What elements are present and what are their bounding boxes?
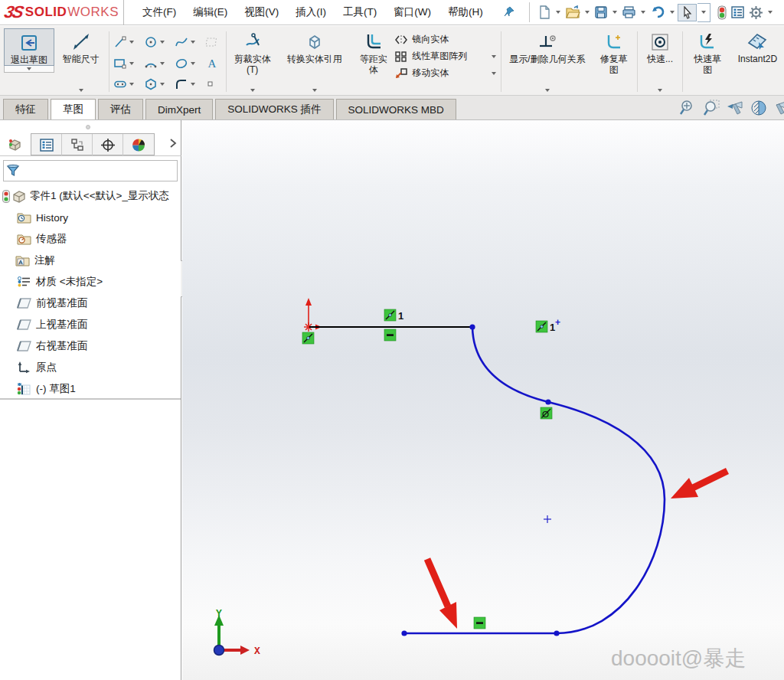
graphics-viewport[interactable]: 1 1 + [182, 120, 784, 680]
filter-input[interactable] [20, 163, 177, 178]
save-button[interactable] [593, 3, 609, 21]
horizontal-constraint-badge[interactable] [384, 329, 396, 341]
new-document-caret[interactable] [556, 11, 560, 14]
sketch-spline[interactable] [472, 327, 665, 633]
quick-snaps-caret[interactable] [658, 89, 662, 92]
text-tool[interactable]: A [203, 57, 224, 70]
exit-sketch-button[interactable]: 退出草图 [4, 28, 54, 66]
plane-ghost-tool[interactable] [203, 35, 224, 49]
trim-entities-caret[interactable] [250, 89, 255, 92]
zoom-fit-icon[interactable] [678, 99, 697, 119]
polygon-tool[interactable] [142, 77, 172, 91]
section-view-icon[interactable] [750, 99, 768, 119]
linear-pattern-button[interactable]: 线性草图阵列 [394, 50, 498, 63]
tab-dimxpert[interactable]: DimXpert [145, 99, 213, 119]
tab-sw-addins[interactable]: SOLIDWORKS 插件 [215, 99, 333, 119]
instant2d-button[interactable]: Instant2D [731, 28, 784, 95]
menu-window[interactable]: 窗口(W) [386, 1, 439, 24]
undo-caret[interactable] [670, 11, 675, 14]
circle-tool[interactable] [142, 35, 172, 49]
print-button[interactable] [620, 3, 638, 21]
sketch-point[interactable] [545, 399, 550, 404]
settings-gear-button[interactable] [747, 3, 765, 22]
settings-caret[interactable] [768, 11, 773, 14]
slot-tool[interactable] [111, 77, 142, 91]
view-settings-icon[interactable] [773, 99, 784, 119]
coincident-constraint-badge[interactable] [302, 332, 314, 344]
selection-filter-button[interactable] [716, 3, 728, 22]
featuremanager-tab[interactable] [0, 133, 31, 155]
coincident-constraint-badge-1plus[interactable] [536, 321, 547, 332]
undo-button[interactable] [648, 3, 667, 21]
sketch-point[interactable] [401, 630, 407, 636]
options-list-button[interactable] [729, 3, 746, 21]
configurationmanager-tab[interactable] [62, 134, 93, 156]
sketch-point[interactable] [469, 324, 475, 329]
tree-item-origin[interactable]: 原点 [0, 357, 181, 378]
menu-file[interactable]: 文件(F) [135, 1, 184, 24]
menu-edit[interactable]: 编辑(E) [185, 1, 235, 24]
tree-item-sensors[interactable]: 传感器 [0, 228, 181, 250]
select-tool-button[interactable] [678, 4, 697, 21]
horizontal-constraint-badge[interactable] [474, 617, 485, 629]
displaymanager-tab[interactable] [123, 134, 154, 156]
tree-item-front-plane[interactable]: 前视基准面 [0, 293, 181, 314]
repair-sketch-button[interactable]: 修复草图 [592, 28, 635, 95]
panel-grip[interactable] [86, 125, 90, 129]
tab-evaluate[interactable]: 评估 [98, 99, 143, 119]
trim-entities-button[interactable]: 剪裁实体(T) [228, 28, 276, 95]
offset-entities-button[interactable]: 等距实体 [352, 28, 394, 95]
expand-pane-icon[interactable] [169, 138, 177, 151]
menu-view[interactable]: 视图(V) [237, 1, 286, 24]
display-relations-caret[interactable] [545, 89, 550, 92]
propertymanager-tab[interactable] [31, 134, 62, 156]
open-caret[interactable] [585, 11, 590, 14]
spline-tool[interactable] [172, 35, 203, 49]
convert-entities-button[interactable]: 转换实体引用 [276, 28, 352, 95]
zoom-area-icon[interactable] [702, 99, 720, 119]
logo-solid-text: SOLID [25, 5, 67, 20]
tab-features[interactable]: 特征 [3, 99, 48, 119]
line-tool[interactable] [111, 35, 142, 49]
convert-entities-caret[interactable] [312, 89, 317, 92]
ellipse-tool[interactable] [172, 57, 203, 70]
quick-snaps-button[interactable]: 快速... [639, 28, 680, 95]
display-relations-button[interactable]: 显示/删除几何关系 [503, 28, 593, 95]
tree-item-top-plane[interactable]: 上视基准面 [0, 314, 181, 335]
move-entities-caret[interactable] [492, 72, 496, 75]
tree-item-sketch1[interactable]: (-) 草图1 [0, 378, 181, 400]
sketch-point[interactable] [554, 630, 559, 636]
exit-sketch-dropdown[interactable] [4, 66, 54, 73]
menu-tools[interactable]: 工具(T) [335, 1, 384, 24]
print-caret[interactable] [641, 11, 645, 14]
arc-center-point[interactable] [544, 515, 551, 523]
previous-view-icon[interactable] [726, 99, 744, 119]
point-tool[interactable] [203, 79, 224, 90]
arc-tool[interactable] [142, 57, 172, 70]
tangent-constraint-badge[interactable] [541, 407, 552, 419]
tree-item-annotations[interactable]: A 注解 [0, 250, 181, 271]
tree-root-part[interactable]: 零件1 (默认<<默认>_显示状态 [0, 185, 181, 207]
dimxpertmanager-tab[interactable] [93, 134, 123, 156]
linear-pattern-caret[interactable] [492, 55, 496, 58]
pin-icon[interactable] [503, 5, 515, 20]
tree-item-history[interactable]: History [0, 207, 181, 228]
rectangle-tool[interactable] [111, 57, 142, 70]
smart-dimension-button[interactable]: 智能尺寸 [54, 28, 107, 95]
open-button[interactable] [564, 3, 582, 21]
menu-insert[interactable]: 插入(I) [288, 1, 334, 24]
save-caret[interactable] [612, 11, 617, 14]
menu-help[interactable]: 帮助(H) [440, 1, 491, 24]
new-document-button[interactable] [536, 3, 553, 21]
rapid-sketch-button[interactable]: 快速草图 [684, 28, 731, 95]
tab-sw-mbd[interactable]: SOLIDWORKS MBD [336, 99, 456, 119]
coincident-constraint-badge-1[interactable] [384, 309, 396, 321]
select-tool-caret[interactable] [697, 3, 710, 22]
mirror-entities-button[interactable]: 镜向实体 [394, 33, 498, 46]
tab-sketch[interactable]: 草图 [51, 99, 96, 119]
move-entities-button[interactable]: 移动实体 [394, 67, 498, 80]
fillet-tool[interactable] [172, 77, 203, 91]
tree-item-material[interactable]: 材质 <未指定> [0, 271, 181, 293]
tree-item-right-plane[interactable]: 右视基准面 [0, 335, 181, 357]
smart-dimension-caret[interactable] [79, 89, 83, 92]
